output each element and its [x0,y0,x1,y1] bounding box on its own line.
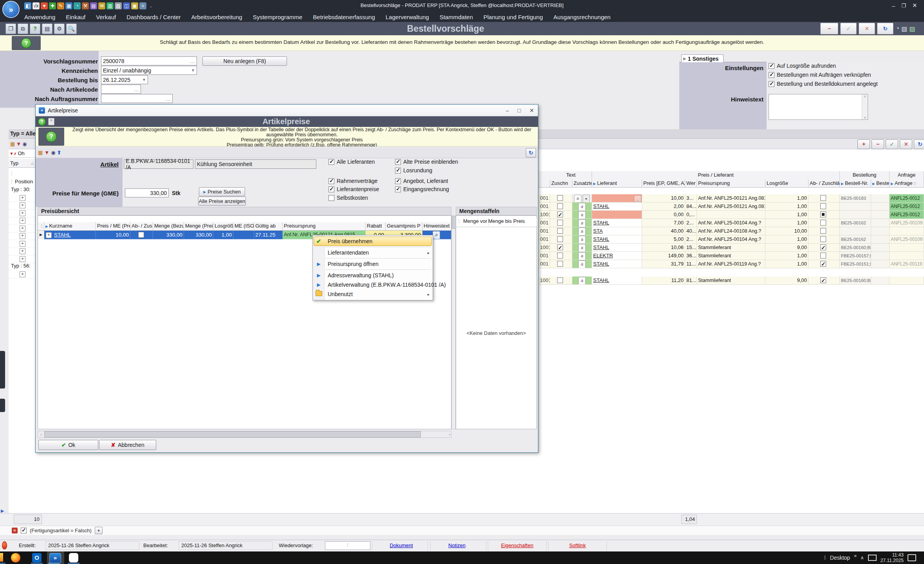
dock-tab-1[interactable] [0,351,5,389]
filter-active-checkbox[interactable] [21,528,27,533]
ab-zuschlag-cell[interactable] [808,194,840,202]
checkbox[interactable] [138,232,144,238]
price-table-column-header[interactable]: ME (ISO) [233,222,254,231]
grid-column-header[interactable]: Zuschn [550,179,572,188]
help-icon[interactable]: ? [30,24,40,34]
checkbox[interactable] [820,228,826,234]
zusatztext-cell[interactable]: a [572,211,592,219]
zuschnitt-cell[interactable] [550,219,572,227]
hscroll-thumb[interactable] [44,431,421,437]
expand-icon[interactable]: + [20,202,25,208]
table-row[interactable]: 001aSTAHL5,002...Anf.Nr. ANFL25-00104 An… [539,235,924,244]
table-row[interactable]: 1001aSTAHL11,2081...Stammlieferant9,00BE… [539,277,924,285]
taskbar-app-prodat[interactable]: » [49,553,61,563]
grid-column-header[interactable] [539,179,550,188]
text-badge-icon[interactable]: a [578,244,586,252]
discard-button[interactable]: ✕ [900,139,912,149]
ellipsis-icon[interactable]: … [165,96,171,102]
price-table-column-header[interactable]: ▶ Kurzname [44,222,96,231]
lieferant-link[interactable]: STAHL [593,261,609,267]
dialog-refresh-button[interactable]: ↻ [526,148,536,157]
checkbox[interactable] [769,63,774,69]
tab-sonstiges[interactable]: ▶ 1 Sonstiges [681,54,724,62]
preis-cell[interactable]: 5,00 [642,235,685,244]
menu-lagerverwaltung[interactable]: Lagerverwaltung [386,14,429,20]
ab-zuschlag-cell[interactable] [808,235,840,244]
remove-row-button[interactable]: − [872,139,884,149]
text-badge-icon[interactable]: a [574,195,581,202]
close-icon[interactable]: ✕ [912,2,917,9]
preis-cell[interactable]: 31,79 [642,260,685,268]
dialog-titlebar[interactable]: » Artikelpreise [36,105,538,116]
preis-cell[interactable]: 10,00 [642,194,685,202]
checkbox[interactable] [820,244,826,250]
checkbox[interactable] [820,195,826,201]
ok-button[interactable]: ✔ Ok [38,440,98,450]
tree-row[interactable]: + [9,225,35,233]
staffeln-column-header[interactable]: Menge vor [463,218,489,226]
clock[interactable]: 11:43 27.11.2025 [881,552,904,563]
zuschnitt-cell[interactable] [550,252,572,260]
artikel-name-input[interactable]: Kühlung Sensoreinheit [195,159,316,169]
price-table-column-header[interactable]: Menge (Bezu [153,222,184,231]
zusatztext-cell[interactable]: a [572,202,592,211]
tree-row[interactable]: + [9,255,35,263]
filter-marker-icon[interactable]: ▽ [912,182,916,186]
lieferant-link[interactable]: STAHL [593,277,609,283]
calculator-icon[interactable]: √x [32,2,40,9]
banner-help-icon[interactable]: ? [12,36,41,50]
preis-cell[interactable]: 10,06 [642,244,685,252]
close-icon[interactable]: ✕ [529,107,534,114]
lieferant-cell[interactable]: STA [592,227,642,235]
nach-auftragsnummer-input[interactable]: … [101,94,173,103]
tray-expand-icon[interactable]: ∧ [861,555,864,560]
tree-row[interactable]: ⋮ [9,170,35,177]
scroll-down-icon[interactable]: ∨ [862,116,868,119]
context-menu-item[interactable]: Lieferantendaten▸ [313,248,433,257]
staffeln-column-header[interactable]: Preis [513,218,537,226]
grid-column-header[interactable]: ▶Bestel [871,179,890,188]
cancel-button[interactable]: ✕ [859,23,875,34]
arrow-up-icon[interactable]: ⬆ [57,150,61,155]
menu-planung-und-fertigung[interactable]: Planung und Fertigung [484,14,543,20]
tools-icon[interactable]: ⚒ [82,2,89,9]
chevron-down-icon[interactable]: ▼ [191,68,195,72]
table-row[interactable]: 001aSTA40,0040...Anf.Nr. ANFL24-00108 An… [539,227,924,235]
desktop-label[interactable]: Desktop [830,555,850,561]
text-badge-icon[interactable]: a [578,211,586,219]
zuschnitt-cell[interactable] [550,227,572,235]
lieferant-link[interactable]: STAHL [54,232,71,238]
price-table-vscrollbar[interactable] [451,215,456,429]
zusatztext-cell[interactable]: a [572,244,592,252]
scroll-right-icon[interactable]: › [449,432,450,437]
new-doc-icon[interactable]: ◧ [24,2,31,9]
checkbox[interactable] [820,212,826,217]
book-icon[interactable]: ▥ [106,2,114,9]
menu-verkauf[interactable]: Verkauf [96,14,116,20]
artikel-nr-input[interactable]: E.B.PKW.A-1168534-0101 /A [124,159,193,169]
checkbox[interactable] [557,228,563,234]
notification-icon[interactable] [908,554,916,561]
table-row[interactable]: 001a▾…10,003...Anf.Nr. ANFL25-00121 Ang.… [539,194,924,202]
link-eigenschaften[interactable]: Eigenschaften [501,542,533,548]
grid-column-header[interactable]: Preisursprung [697,179,765,188]
alle-preise-button[interactable]: Alle Preise anzeigen [198,197,246,206]
text-badge-icon[interactable]: a [578,228,586,235]
price-table-column-header[interactable]: Rabatt [366,222,386,231]
text-badge-icon[interactable]: a [578,203,586,211]
filter-icon[interactable]: ▼ [16,141,21,147]
maximize-icon[interactable]: □ [518,107,521,114]
lieferant-link[interactable]: ELEKTR [593,253,613,258]
taskbar-app-outlook[interactable]: O [32,553,42,562]
price-table-column-header[interactable]: Ab- / Zus [130,222,153,231]
checkbox[interactable] [328,159,334,165]
checkbox[interactable] [328,186,334,192]
table-row[interactable]: 001aSTAHL7,002...Anf.Nr. ANFL25-00104 An… [539,219,924,227]
price-table-column-header[interactable]: Menge (Preis [184,222,213,231]
prodat-logo-icon[interactable]: » [2,1,20,18]
table-row[interactable]: 001aSTAHL2,0084...Anf.Nr. ANFL25-00121 A… [539,202,924,211]
row-selector-header[interactable]: ⋮ [38,222,44,231]
ab-zuschlag-cell[interactable] [808,202,840,211]
lieferant-cell[interactable]: … [592,194,642,202]
expand-icon[interactable]: + [20,241,25,247]
